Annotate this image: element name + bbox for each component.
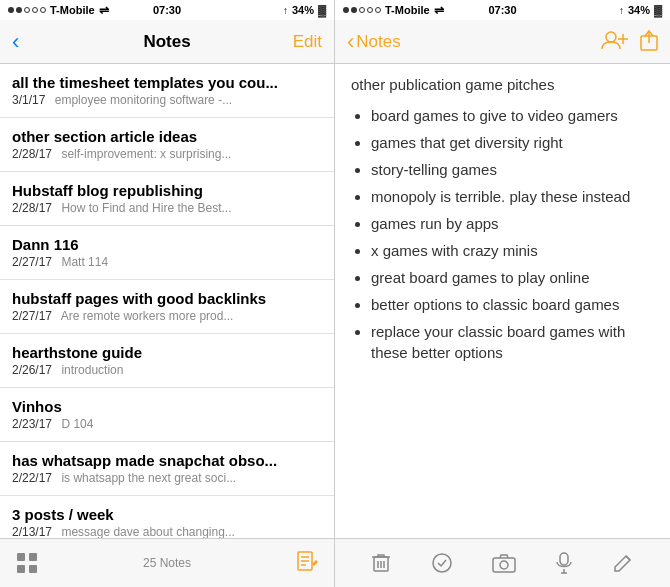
list-item: games that get diversity right (371, 132, 654, 153)
list-item[interactable]: hearthstone guide 2/26/17 introduction (0, 334, 334, 388)
carrier-name-right: T-Mobile (385, 4, 430, 16)
note-title: has whatsapp made snapchat obso... (12, 452, 322, 469)
note-meta: 2/22/17 is whatsapp the next great soci.… (12, 471, 322, 485)
note-title: 3 posts / week (12, 506, 322, 523)
rdot5 (375, 7, 381, 13)
note-preview: Are remote workers more prod... (61, 309, 234, 323)
note-preview: is whatsapp the next great soci... (61, 471, 236, 485)
note-list: board games to give to video gamers game… (351, 105, 654, 363)
svg-rect-0 (17, 553, 25, 561)
note-title: Hubstaff blog republishing (12, 182, 322, 199)
time-right: 07:30 (488, 4, 516, 16)
battery-icon-right: ▓ (654, 4, 662, 16)
svg-point-19 (500, 561, 508, 569)
compose-icon[interactable] (296, 550, 318, 577)
compose-icon-right[interactable] (612, 552, 634, 574)
dot2 (16, 7, 22, 13)
note-meta: 3/1/17 employee monitoring software -... (12, 93, 322, 107)
note-meta: 2/28/17 self-improvement: x surprising..… (12, 147, 322, 161)
note-date: 2/28/17 (12, 147, 52, 161)
svg-rect-1 (29, 553, 37, 561)
list-item[interactable]: all the timesheet templates you cou... 3… (0, 64, 334, 118)
svg-point-17 (433, 554, 451, 572)
note-meta: 2/27/17 Matt 114 (12, 255, 322, 269)
rdot2 (351, 7, 357, 13)
list-item: x games with crazy minis (371, 240, 654, 261)
status-bar-right: T-Mobile ⇌ 07:30 ↑ 34% ▓ (335, 0, 670, 20)
dot5 (40, 7, 46, 13)
nav-bar-left: ‹ Notes Edit (0, 20, 334, 64)
carrier-signal-left: T-Mobile ⇌ (8, 3, 109, 17)
note-title: Vinhos (12, 398, 322, 415)
battery-area-left: ↑ 34% ▓ (283, 4, 326, 16)
svg-rect-20 (560, 553, 568, 565)
battery-percent-left: 34% (292, 4, 314, 16)
wifi-icon-right: ⇌ (434, 3, 444, 17)
list-item: monopoly is terrible. play these instead (371, 186, 654, 207)
list-item[interactable]: other section article ideas 2/28/17 self… (0, 118, 334, 172)
note-title: other section article ideas (12, 128, 322, 145)
camera-icon[interactable] (492, 552, 516, 574)
microphone-icon[interactable] (556, 552, 572, 574)
list-item: better options to classic board games (371, 294, 654, 315)
signal-arrows-right: ↑ (619, 5, 624, 16)
time-left: 07:30 (153, 4, 181, 16)
list-item[interactable]: 3 posts / week 2/13/17 message dave abou… (0, 496, 334, 538)
trash-icon[interactable] (371, 552, 391, 574)
svg-line-23 (626, 556, 630, 560)
wifi-icon-left: ⇌ (99, 3, 109, 17)
share-icon[interactable] (640, 29, 658, 55)
chevron-left-icon: ‹ (12, 29, 19, 55)
note-date: 2/22/17 (12, 471, 52, 485)
left-panel: T-Mobile ⇌ 07:30 ↑ 34% ▓ ‹ Notes Edit al… (0, 0, 335, 587)
note-preview: D 104 (61, 417, 93, 431)
rdot1 (343, 7, 349, 13)
note-title: Dann 116 (12, 236, 322, 253)
list-item: great board games to play online (371, 267, 654, 288)
person-add-icon[interactable] (600, 29, 628, 55)
svg-rect-18 (493, 558, 515, 572)
note-heading: other publication game pitches (351, 76, 654, 93)
signal-dots-left (8, 7, 46, 13)
svg-point-8 (606, 32, 616, 42)
list-item[interactable]: Vinhos 2/23/17 D 104 (0, 388, 334, 442)
list-item[interactable]: has whatsapp made snapchat obso... 2/22/… (0, 442, 334, 496)
note-meta: 2/28/17 How to Find and Hire the Best... (12, 201, 322, 215)
back-button-right[interactable]: ‹ Notes (347, 29, 401, 55)
notes-list: all the timesheet templates you cou... 3… (0, 64, 334, 538)
note-title: all the timesheet templates you cou... (12, 74, 322, 91)
list-item: story-telling games (371, 159, 654, 180)
bottom-toolbar-right (335, 538, 670, 587)
note-preview: How to Find and Hire the Best... (61, 201, 231, 215)
status-bar-left: T-Mobile ⇌ 07:30 ↑ 34% ▓ (0, 0, 334, 20)
list-item: games run by apps (371, 213, 654, 234)
note-meta: 2/13/17 message dave about changing... (12, 525, 322, 538)
note-preview: introduction (61, 363, 123, 377)
battery-icon-left: ▓ (318, 4, 326, 16)
back-button-left[interactable]: ‹ (12, 29, 19, 55)
list-item[interactable]: Dann 116 2/27/17 Matt 114 (0, 226, 334, 280)
list-item: board games to give to video gamers (371, 105, 654, 126)
right-nav-icons (600, 29, 658, 55)
note-preview: Matt 114 (61, 255, 108, 269)
note-date: 3/1/17 (12, 93, 45, 107)
edit-button[interactable]: Edit (293, 32, 322, 52)
dot4 (32, 7, 38, 13)
note-meta: 2/27/17 Are remote workers more prod... (12, 309, 322, 323)
note-meta: 2/23/17 D 104 (12, 417, 322, 431)
note-preview: employee monitoring software -... (55, 93, 232, 107)
dot3 (24, 7, 30, 13)
signal-dots-right (343, 7, 381, 13)
note-meta: 2/26/17 introduction (12, 363, 322, 377)
note-preview: self-improvement: x surprising... (61, 147, 231, 161)
checkmark-icon[interactable] (431, 552, 453, 574)
list-item[interactable]: hubstaff pages with good backlinks 2/27/… (0, 280, 334, 334)
carrier-name-left: T-Mobile (50, 4, 95, 16)
signal-arrows-left: ↑ (283, 5, 288, 16)
grid-icon[interactable] (16, 552, 38, 574)
svg-rect-2 (17, 565, 25, 573)
list-item[interactable]: Hubstaff blog republishing 2/28/17 How t… (0, 172, 334, 226)
bottom-toolbar-left: 25 Notes (0, 538, 334, 587)
note-content: other publication game pitches board gam… (335, 64, 670, 538)
chevron-left-icon-right: ‹ (347, 29, 354, 55)
